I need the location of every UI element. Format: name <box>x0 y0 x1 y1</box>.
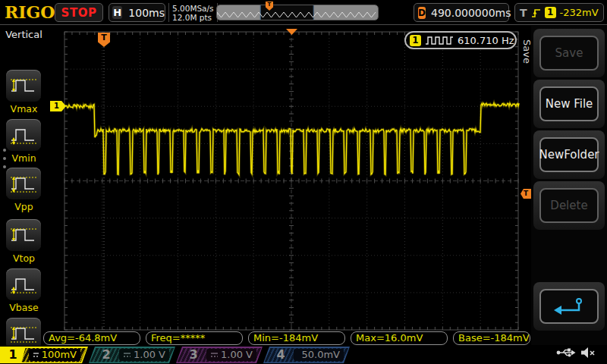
trigger-source-badge: 1 <box>545 7 556 18</box>
save-menu-title: Save <box>521 39 533 64</box>
acquisition-info: 5.00MSa/s 12.0M pts <box>168 3 218 22</box>
measurement-freq[interactable]: Freq=***** <box>146 331 243 345</box>
vamp-icon[interactable] <box>6 318 41 350</box>
vtop-icon[interactable] <box>6 219 41 251</box>
softkey-slot: Save <box>533 29 605 77</box>
channel2-scale: 1.00 V <box>134 349 165 361</box>
channel4-status[interactable]: 4 50.0mV <box>263 347 350 363</box>
measurement-min[interactable]: Min=-184mV <box>248 331 345 345</box>
menu-page-indicator <box>3 149 6 174</box>
measurement-max[interactable]: Max=16.0mV <box>351 331 448 345</box>
trigger-delay-value: 490.000000ms <box>431 7 511 19</box>
channel3-status[interactable]: 3 1.00 V <box>176 347 263 363</box>
rising-edge-icon <box>531 7 541 19</box>
vmin-icon[interactable] <box>6 119 41 151</box>
timebase-value: 100ms <box>128 7 165 19</box>
channel4-scale: 50.0mV <box>301 349 340 361</box>
trigger-level-value: -232mV <box>560 7 599 18</box>
oscilloscope-screen: { "brand": "RIGOL", "topbar": { "stop_la… <box>0 0 607 364</box>
softkey-slot: Delete <box>533 181 605 230</box>
measure-menu-title: Vertical <box>0 29 48 40</box>
vmax-icon[interactable] <box>6 70 41 102</box>
softkey-slot <box>533 282 605 331</box>
channel2-status[interactable]: 2 1.00 V <box>89 347 175 363</box>
waveform-display <box>0 0 607 364</box>
channel-status-bar: 1 100mV 2 1.00 V 3 1.00 V <box>0 346 607 364</box>
waveform-overview-bar[interactable] <box>216 5 379 20</box>
vbase-icon[interactable] <box>6 268 41 300</box>
delete-button[interactable]: Delete <box>539 188 599 223</box>
measurement-base[interactable]: Base=-184mV <box>453 331 530 345</box>
return-arrow-icon <box>552 297 587 315</box>
memory-depth: 12.0M pts <box>172 13 214 22</box>
run-stop-status[interactable]: STOP <box>55 3 103 22</box>
speaker-muted-icon <box>580 347 596 359</box>
coupling-icon <box>33 351 39 359</box>
new-folder-button[interactable]: NewFolder <box>539 137 599 172</box>
softkey-slot: NewFolder <box>533 130 605 179</box>
channel3-scale: 1.00 V <box>221 349 253 361</box>
run-state-label: STOP <box>61 6 97 20</box>
system-status-icons <box>556 347 596 359</box>
measure-menu: Vertical Vmax Vmin Vpp Vtop Vbase Vamp <box>0 26 48 344</box>
coupling-icon <box>210 351 218 359</box>
frequency-value: 610.710 Hz <box>458 35 514 46</box>
square-wave-icon <box>425 36 454 46</box>
softkey-slot: New File <box>533 80 605 128</box>
channel1-status[interactable]: 1 100mV <box>0 347 88 363</box>
new-file-button[interactable]: New File <box>539 86 599 121</box>
vpp-icon[interactable] <box>6 168 41 199</box>
frequency-counter: 1 610.710 Hz <box>404 31 517 49</box>
horizontal-icon: H <box>112 6 122 19</box>
coupling-icon <box>297 351 298 359</box>
horizontal-timebase-box[interactable]: H 100ms <box>109 3 165 22</box>
freq-channel-badge: 1 <box>410 35 421 46</box>
trigger-status-box[interactable]: T 1 -232mV <box>514 3 604 22</box>
sample-rate: 5.00MSa/s <box>172 4 214 13</box>
trigger-label: T <box>520 7 527 19</box>
overview-waveform <box>217 5 378 20</box>
back-button[interactable] <box>539 289 599 324</box>
save-button[interactable]: Save <box>539 36 599 71</box>
top-status-bar: RIGOL STOP H 100ms 5.00MSa/s 12.0M pts T… <box>0 0 607 25</box>
trigger-delay-box[interactable]: D 490.000000ms <box>414 3 509 22</box>
channel1-scale: 100mV <box>42 349 77 361</box>
save-menu: Save Save New File NewFolder Delete <box>531 26 607 345</box>
delay-icon: D <box>418 7 426 19</box>
usb-icon <box>556 347 576 358</box>
coupling-icon <box>123 351 131 359</box>
measurement-avg[interactable]: Avg=-64.8mV <box>43 331 140 345</box>
